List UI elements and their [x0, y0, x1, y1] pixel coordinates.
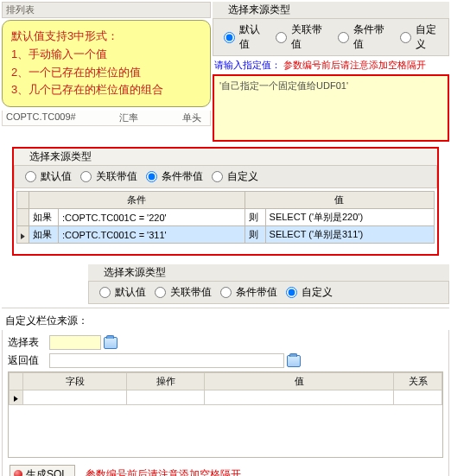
row-indicator-header — [17, 192, 29, 209]
generate-sql-button[interactable]: 生成SQL — [10, 465, 75, 477]
radio-conditional[interactable]: 条件带值 — [333, 22, 391, 52]
callout-line: 1、手动输入一个值 — [11, 46, 201, 64]
cell-type: 单头 — [182, 111, 201, 124]
source-type-group-label: 选择来源类型 — [14, 149, 437, 165]
radio-default[interactable]: 默认值 — [94, 285, 146, 300]
radio-custom[interactable]: 自定义 — [206, 169, 258, 184]
cell-condition[interactable]: :COPTC.TC001C = '311' — [59, 226, 245, 244]
radio-default[interactable]: 默认值 — [20, 169, 72, 184]
table-row[interactable]: 如果 :COPTC.TC001C = '220' 则 SELECT ('单别是2… — [17, 209, 435, 226]
record-icon — [14, 470, 22, 476]
col-operator: 操作 — [127, 373, 205, 390]
radio-conditional[interactable]: 条件带值 — [141, 169, 203, 184]
col-value: 值 — [245, 192, 434, 209]
table-row[interactable] — [10, 390, 442, 405]
return-value-row: 返回值 — [8, 353, 443, 368]
radio-custom[interactable]: 自定义 — [281, 285, 333, 300]
radio-custom[interactable]: 自定义 — [395, 22, 443, 52]
cell-if: 如果 — [29, 226, 59, 244]
cell-field: COPTC.TC009# — [6, 111, 76, 124]
open-lookup-icon[interactable] — [104, 337, 118, 349]
cell-field[interactable] — [23, 390, 127, 405]
radio-default[interactable]: 默认值 — [219, 22, 267, 52]
callout-line: 默认值支持3中形式： — [11, 28, 201, 46]
hint-warning: 参数编号前后请注意添加空格隔开 — [86, 467, 241, 477]
cell-value[interactable]: SELECT ('单别是220') — [265, 209, 434, 226]
cell-value[interactable] — [205, 390, 394, 405]
radio-conditional[interactable]: 条件带值 — [215, 285, 277, 300]
cell-if: 如果 — [29, 209, 59, 226]
callout-line: 3、几个已存在的栏位值的组合 — [11, 81, 201, 99]
list-row[interactable]: COPTC.TC009# 汇率 单头 — [2, 111, 211, 126]
cell-then: 则 — [245, 226, 265, 244]
custom-source-title: 自定义栏位来源： — [2, 308, 449, 330]
row-indicator-header — [10, 373, 23, 390]
default-value-input[interactable]: '自己指定一个固定值给UDF01' — [213, 74, 449, 142]
select-table-label: 选择表 — [8, 335, 49, 350]
cell-condition[interactable]: :COPTC.TC001C = '220' — [59, 209, 245, 226]
cell-then: 则 — [245, 209, 265, 226]
cell-operator[interactable] — [127, 390, 205, 405]
row-indicator — [17, 209, 29, 226]
left-panel-header: 排列表 — [2, 2, 211, 18]
source-type-group-label: 选择来源类型 — [88, 264, 449, 281]
table-row[interactable]: 如果 :COPTC.TC001C = '311' 则 SELECT ('单别是3… — [17, 226, 435, 244]
source-type-radio-group: 默认值 关联带值 条件带值 自定义 — [213, 18, 449, 56]
col-value: 值 — [205, 373, 394, 390]
return-value-input[interactable] — [49, 353, 284, 368]
callout-line: 2、一个已存在的栏位的值 — [11, 64, 201, 82]
criteria-grid[interactable]: 字段 操作 值 关系 — [8, 371, 443, 458]
condition-table[interactable]: 条件 值 如果 :COPTC.TC001C = '220' 则 SELECT (… — [16, 191, 435, 244]
col-relation: 关系 — [394, 373, 442, 390]
annotation-callout: 默认值支持3中形式： 1、手动输入一个值 2、一个已存在的栏位的值 3、几个已存… — [2, 20, 211, 107]
hint-warning: 参数编号前后请注意添加空格隔开 — [283, 60, 426, 70]
radio-linked[interactable]: 关联带值 — [149, 285, 212, 300]
return-value-label: 返回值 — [8, 353, 49, 368]
cell-desc: 汇率 — [119, 111, 138, 124]
radio-linked[interactable]: 关联带值 — [75, 169, 137, 184]
row-indicator-current — [10, 390, 23, 405]
col-field: 字段 — [23, 373, 127, 390]
cell-relation[interactable] — [394, 390, 442, 405]
source-type-group-label: 选择来源类型 — [213, 2, 449, 18]
col-condition: 条件 — [29, 192, 245, 209]
source-type-radio-group: 默认值 关联带值 条件带值 自定义 — [88, 281, 449, 304]
cell-value[interactable]: SELECT ('单别是311') — [265, 226, 434, 244]
input-hint: 请输入指定值： 参数编号前后请注意添加空格隔开 — [213, 56, 449, 74]
generate-sql-label: 生成SQL — [26, 467, 67, 477]
radio-linked[interactable]: 关联带值 — [270, 22, 329, 52]
source-type-radio-group: 默认值 关联带值 条件带值 自定义 — [14, 165, 437, 188]
open-lookup-icon[interactable] — [287, 355, 301, 367]
select-table-input[interactable] — [49, 335, 101, 350]
hint-prefix: 请输入指定值： — [214, 60, 281, 70]
row-indicator-current — [17, 226, 29, 244]
select-table-row: 选择表 — [8, 335, 443, 350]
